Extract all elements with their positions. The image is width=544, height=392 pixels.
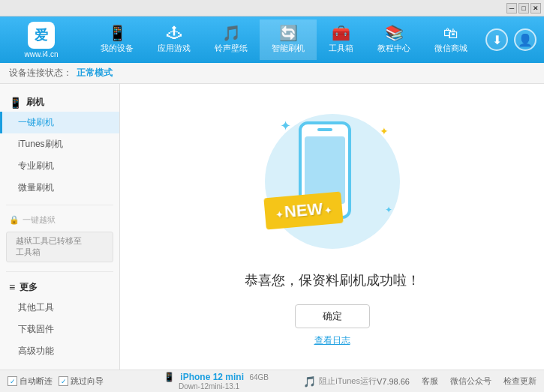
- window-controls[interactable]: ─ □ ✕: [506, 3, 541, 13]
- titlebar: ─ □ ✕: [0, 0, 544, 16]
- device-name: iPhone 12 mini: [180, 372, 244, 382]
- divider-1: [6, 205, 113, 205]
- sidebar-item-pro-flash[interactable]: 专业刷机: [0, 155, 119, 177]
- customer-service-link[interactable]: 客服: [422, 376, 438, 387]
- bottom-right: V7.98.66 客服 微信公众号 检查更新: [377, 376, 536, 387]
- wechat-public-link[interactable]: 微信公众号: [450, 376, 491, 387]
- lock-icon: 🔒: [9, 215, 20, 225]
- jailbreak-note-text: 越狱工具已转移至工具箱: [16, 236, 82, 256]
- data-flash-label: 微量刷机: [18, 182, 54, 193]
- status-label: 设备连接状态：: [9, 67, 72, 79]
- auto-close-label: 自动断连: [20, 376, 53, 387]
- sidebar-item-advanced[interactable]: 高级功能: [0, 340, 119, 362]
- logo-icon: 爱: [28, 22, 55, 49]
- jailbreak-note: 越狱工具已转移至工具箱: [6, 232, 113, 262]
- bottom-bar: ✓ 自动断连 ✓ 跳过向导 📱 iPhone 12 mini 64GB Down…: [0, 370, 544, 392]
- minimize-button[interactable]: ─: [506, 3, 517, 13]
- close-button[interactable]: ✕: [530, 3, 541, 13]
- flash-section-icon: 📱: [9, 97, 22, 109]
- auto-close-check-box[interactable]: ✓: [8, 376, 17, 386]
- check-update-link[interactable]: 检查更新: [503, 376, 536, 387]
- toolbox-icon: 🧰: [332, 25, 350, 40]
- success-illustration: ✦NEW✦ ✦ ✦ ✦: [257, 106, 407, 256]
- bottom-left: ✓ 自动断连 ✓ 跳过向导: [8, 376, 158, 387]
- logo-symbol: 爱: [35, 26, 48, 44]
- phone-speaker: [317, 128, 332, 131]
- nav-app-games[interactable]: 🕹 应用游戏: [146, 19, 203, 60]
- confirm-button[interactable]: 确定: [295, 304, 370, 328]
- nav-ringtone[interactable]: 🎵 铃声壁纸: [203, 19, 260, 60]
- itunes-icon: 🎵: [303, 376, 316, 388]
- itunes-flash-label: iTunes刷机: [18, 139, 63, 149]
- sidebar-section-flash: 📱 刷机 一键刷机 iTunes刷机 专业刷机 微量刷机: [0, 90, 119, 202]
- success-message: 恭喜您，保资料刷机成功啦！: [245, 271, 420, 289]
- daily-log-link[interactable]: 查看日志: [314, 334, 350, 347]
- version-label: V7.98.66: [377, 377, 410, 386]
- nav-right-buttons: ⬇ 👤: [485, 28, 536, 51]
- sidebar: 📱 刷机 一键刷机 iTunes刷机 专业刷机 微量刷机 🔒 一键越狱: [0, 84, 120, 370]
- main-content: ✦NEW✦ ✦ ✦ ✦ 恭喜您，保资料刷机成功啦！ 确定 查看日志: [120, 84, 544, 370]
- skip-wizard-checkbox[interactable]: ✓ 跳过向导: [59, 376, 104, 387]
- ringtone-icon: 🎵: [222, 25, 241, 40]
- sidebar-flash-header: 📱 刷机: [0, 93, 119, 112]
- divider-2: [6, 271, 113, 272]
- flash-section-label: 刷机: [26, 96, 44, 109]
- nav-smart-flash[interactable]: 🔄 智能刷机: [260, 19, 317, 60]
- bottom-device-info: 📱 iPhone 12 mini 64GB Down-12mini-13.1: [158, 372, 303, 391]
- logo-text: www.i4.cn: [24, 50, 58, 58]
- nav-tutorial[interactable]: 📚 教程中心: [365, 19, 422, 60]
- nav-wechat-mall-label: 微信商城: [434, 43, 467, 54]
- top-navigation: 爱 www.i4.cn 📱 我的设备 🕹 应用游戏 🎵 铃声壁纸 🔄 智能刷机 …: [0, 16, 544, 63]
- one-key-flash-label: 一键刷机: [18, 117, 54, 127]
- tutorial-icon: 📚: [385, 25, 404, 40]
- maximize-button[interactable]: □: [518, 3, 529, 13]
- skip-wizard-label: 跳过向导: [71, 376, 104, 387]
- nav-smart-flash-label: 智能刷机: [272, 43, 305, 54]
- sidebar-jailbreak-header: 🔒 一键越狱: [0, 211, 119, 229]
- smart-flash-icon: 🔄: [279, 25, 298, 40]
- nav-app-games-label: 应用游戏: [158, 43, 191, 54]
- sidebar-item-itunes-flash[interactable]: iTunes刷机: [0, 133, 119, 155]
- illus-banner: ✦NEW✦: [263, 192, 344, 230]
- sidebar-section-more: ≡ 更多 其他工具 下载固件 高级功能: [0, 275, 119, 365]
- wechat-mall-icon: 🛍: [443, 25, 458, 40]
- sidebar-item-other-tools[interactable]: 其他工具: [0, 297, 119, 319]
- main-layout: 📱 刷机 一键刷机 iTunes刷机 专业刷机 微量刷机 🔒 一键越狱: [0, 84, 544, 370]
- advanced-label: 高级功能: [18, 346, 54, 356]
- jailbreak-section-label: 一键越狱: [23, 214, 56, 226]
- sidebar-item-one-key-flash[interactable]: 一键刷机: [0, 112, 119, 133]
- sidebar-item-data-flash[interactable]: 微量刷机: [0, 177, 119, 199]
- nav-toolbox-label: 工具箱: [329, 43, 353, 54]
- nav-ringtone-label: 铃声壁纸: [215, 43, 248, 54]
- my-device-icon: 📱: [108, 25, 127, 40]
- more-section-label: 更多: [20, 281, 38, 294]
- itunes-label: 阻止iTunes运行: [319, 376, 377, 387]
- user-button[interactable]: 👤: [514, 28, 536, 51]
- itunes-control[interactable]: 🎵 阻止iTunes运行: [303, 376, 377, 388]
- sparkle-2: ✦: [380, 125, 389, 137]
- app-logo: 爱 www.i4.cn: [8, 22, 75, 58]
- device-storage: 64GB: [249, 373, 269, 382]
- auto-close-checkbox[interactable]: ✓ 自动断连: [8, 376, 53, 387]
- more-section-icon: ≡: [9, 281, 15, 293]
- other-tools-label: 其他工具: [18, 302, 54, 313]
- nav-wechat-mall[interactable]: 🛍 微信商城: [422, 19, 479, 60]
- sparkle-3: ✦: [385, 205, 392, 215]
- sidebar-more-header: ≡ 更多: [0, 278, 119, 297]
- banner-text: ✦NEW✦: [275, 199, 332, 223]
- nav-menu: 📱 我的设备 🕹 应用游戏 🎵 铃声壁纸 🔄 智能刷机 🧰 工具箱 📚 教程中心…: [83, 19, 485, 60]
- pro-flash-label: 专业刷机: [18, 160, 54, 171]
- device-icon: 📱: [164, 372, 175, 382]
- status-value: 正常模式: [77, 67, 113, 79]
- nav-toolbox[interactable]: 🧰 工具箱: [317, 19, 365, 60]
- sidebar-section-jailbreak: 🔒 一键越狱 越狱工具已转移至工具箱: [0, 208, 119, 268]
- device-model: Down-12mini-13.1: [179, 382, 303, 391]
- download-firmware-label: 下载固件: [18, 324, 54, 334]
- app-games-icon: 🕹: [167, 25, 182, 40]
- download-button[interactable]: ⬇: [485, 28, 508, 51]
- nav-tutorial-label: 教程中心: [377, 43, 410, 54]
- nav-my-device[interactable]: 📱 我的设备: [89, 19, 146, 60]
- sidebar-item-download-firmware[interactable]: 下载固件: [0, 319, 119, 340]
- status-bar: 设备连接状态： 正常模式: [0, 63, 544, 84]
- skip-wizard-check-box[interactable]: ✓: [59, 376, 68, 386]
